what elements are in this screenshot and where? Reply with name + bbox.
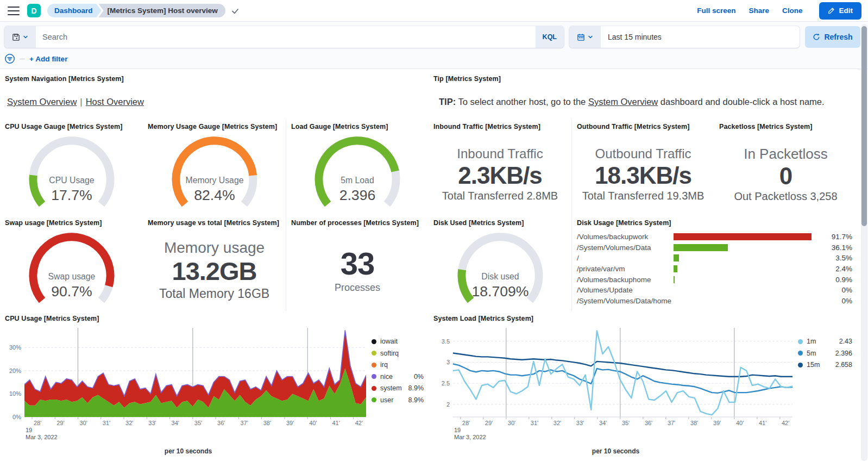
svg-text:2.396: 2.396 (339, 187, 376, 203)
svg-text:30': 30' (79, 420, 87, 426)
outbound-traffic-metric: Outbound Traffic 18.3KB/s Total Transfer… (572, 133, 714, 215)
panel-outbound-traffic: Outbound Traffic [Metrics System] Outbou… (571, 119, 714, 215)
panel-title: System Navigation [Metrics System] (5, 75, 424, 83)
legend-item-1m[interactable]: 1m2.43 (798, 338, 852, 345)
svg-text:31': 31' (531, 420, 538, 426)
svg-text:40': 40' (309, 420, 317, 426)
scrollbar-thumb[interactable] (861, 26, 867, 226)
panel-load-gauge: Load Gauge [Metrics System] 5m Load2.396 (286, 119, 429, 215)
check-icon (231, 7, 240, 15)
clone-link[interactable]: Clone (782, 7, 803, 15)
disk-usage-row: /Volumes/backuphome0.9% (577, 274, 852, 285)
svg-text:10%: 10% (9, 390, 21, 397)
svg-text:Memory Usage: Memory Usage (185, 176, 243, 185)
filter-divider (20, 59, 25, 59)
svg-text:20%: 20% (9, 367, 21, 374)
svg-text:Mar 3, 2022: Mar 3, 2022 (26, 434, 58, 440)
x-axis-title: per 10 seconds (5, 447, 372, 455)
disk-usage-bar (674, 254, 679, 261)
search-input[interactable] (36, 33, 536, 41)
disk-usage-row: /Volumes/Update0% (577, 285, 852, 296)
svg-text:35': 35' (194, 420, 202, 426)
svg-text:37': 37' (240, 420, 248, 426)
panel-system-load-chart: System Load [Metrics System] 22.533.528'… (429, 311, 857, 461)
memory-usage-gauge: Memory Usage82.4% (148, 130, 281, 212)
svg-text:Mar 3, 2022: Mar 3, 2022 (454, 434, 486, 440)
legend-dot (372, 374, 376, 379)
date-quick-select-button[interactable] (569, 26, 601, 48)
share-link[interactable]: Share (749, 7, 769, 15)
disk-used-gauge: Disk used18.709% (433, 227, 567, 308)
refresh-icon (813, 33, 820, 41)
legend-item-user[interactable]: user8.9% (372, 396, 424, 404)
full-screen-link[interactable]: Full screen (697, 7, 735, 15)
svg-text:41': 41' (759, 420, 766, 426)
disk-usage-bar (674, 233, 812, 240)
dashboard-grid: System Navigation [Metrics System] Syste… (0, 69, 857, 461)
panel-memory-vs-total: Memory usage vs total [Metrics System] M… (143, 215, 286, 311)
breadcrumb-dashboard[interactable]: Dashboard (47, 4, 102, 17)
svg-text:3: 3 (446, 359, 450, 365)
disk-usage-row: /3.5% (577, 253, 852, 264)
edit-button[interactable]: Edit (819, 2, 862, 20)
legend-item-softirq[interactable]: softirq (372, 350, 424, 357)
swap-usage-gauge: Swap usage90.7% (5, 227, 138, 308)
system-overview-link[interactable]: System Overview (7, 97, 77, 107)
tip-text: TIP: To select another host, go to the S… (439, 97, 852, 107)
disk-usage-row: /Volumes/backupwork91.7% (577, 232, 852, 242)
panel-title: Tip [Metrics System] (433, 75, 852, 83)
legend-item-irq[interactable]: irq (372, 361, 424, 369)
breadcrumb-page-title: [Metrics System] Host overview (99, 4, 225, 17)
svg-text:30%: 30% (9, 344, 21, 351)
saved-query-menu-button[interactable] (4, 26, 36, 48)
panel-system-navigation: System Navigation [Metrics System] Syste… (0, 71, 429, 119)
kql-button[interactable]: KQL (536, 26, 564, 48)
svg-text:17.7%: 17.7% (51, 187, 92, 203)
panel-number-of-processes: Number of processes [Metrics System] 33 … (286, 215, 429, 311)
svg-text:Disk used: Disk used (481, 272, 519, 281)
legend-item-nice[interactable]: nice0% (372, 373, 424, 381)
disk-usage-bar-chart: /Volumes/backupwork91.7%/System/Volumes/… (577, 232, 852, 306)
svg-text:36': 36' (645, 420, 652, 426)
space-avatar[interactable]: D (27, 4, 41, 17)
system-load-line-chart: 22.533.528'29'30'31'32'33'34'35'36'37'38… (433, 323, 798, 446)
add-filter-button[interactable]: + Add filter (29, 55, 67, 63)
svg-text:82.4%: 82.4% (194, 187, 235, 203)
legend-item-5m[interactable]: 5m2.396 (798, 350, 852, 357)
system-load-legend: 1m2.435m2.39615m2.658 (798, 323, 852, 458)
svg-text:34': 34' (599, 420, 607, 426)
legend-item-iowait[interactable]: iowait (372, 338, 424, 345)
svg-text:38': 38' (263, 420, 271, 426)
svg-text:Swap usage: Swap usage (48, 272, 95, 281)
inbound-traffic-metric: Inbound Traffic 2.3KB/s Total Transferre… (429, 133, 571, 215)
svg-text:19: 19 (454, 427, 461, 433)
date-picker: Last 15 minutes (569, 26, 800, 48)
top-navigation-bar: D Dashboard [Metrics System] Host overvi… (0, 0, 868, 22)
filter-icon[interactable] (4, 53, 15, 64)
legend-item-15m[interactable]: 15m2.658 (798, 361, 852, 369)
legend-dot (372, 339, 376, 344)
svg-text:35': 35' (622, 420, 630, 426)
scrollbar-track[interactable] (861, 24, 867, 461)
svg-text:28': 28' (462, 420, 470, 426)
panel-cpu-usage-gauge: CPU Usage Gauge [Metrics System] CPU Usa… (0, 119, 143, 215)
chevron-down-icon (588, 34, 593, 40)
legend-dot (798, 363, 803, 367)
host-overview-link[interactable]: Host Overview (86, 97, 144, 107)
svg-text:33': 33' (576, 420, 584, 426)
svg-text:41': 41' (332, 420, 339, 426)
legend-item-system[interactable]: system8.9% (372, 384, 424, 392)
svg-text:39': 39' (286, 420, 294, 426)
refresh-button[interactable]: Refresh (805, 26, 860, 48)
query-bar: KQL Last 15 minutes Refresh + Add filter (0, 22, 868, 69)
menu-icon[interactable] (8, 7, 20, 15)
svg-text:0%: 0% (12, 414, 21, 420)
legend-dot (372, 397, 376, 402)
system-overview-link[interactable]: System Overview (588, 97, 658, 107)
svg-text:36': 36' (217, 420, 225, 426)
svg-text:37': 37' (668, 420, 675, 426)
time-range-value[interactable]: Last 15 minutes (601, 33, 669, 41)
disk-usage-row: /System/Volumes/Data/home0% (577, 296, 852, 307)
svg-text:32': 32' (125, 420, 133, 426)
search-box: KQL (4, 26, 564, 48)
